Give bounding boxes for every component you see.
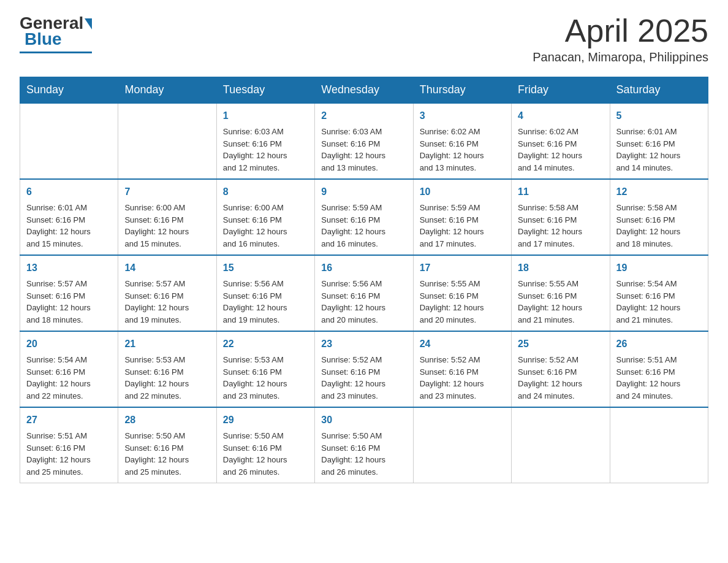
day-number: 1: [223, 109, 308, 123]
day-number: 15: [223, 261, 308, 275]
calendar-cell: [413, 407, 511, 483]
calendar-cell: 24Sunrise: 5:52 AM Sunset: 6:16 PM Dayli…: [413, 331, 511, 407]
day-info: Sunrise: 5:52 AM Sunset: 6:16 PM Dayligh…: [420, 354, 505, 402]
calendar-cell: 13Sunrise: 5:57 AM Sunset: 6:16 PM Dayli…: [20, 255, 118, 331]
week-row-3: 13Sunrise: 5:57 AM Sunset: 6:16 PM Dayli…: [20, 255, 708, 331]
calendar-table: SundayMondayTuesdayWednesdayThursdayFrid…: [20, 77, 708, 483]
day-number: 19: [616, 261, 702, 275]
day-info: Sunrise: 6:01 AM Sunset: 6:16 PM Dayligh…: [26, 202, 112, 250]
day-number: 6: [26, 185, 112, 199]
day-info: Sunrise: 5:52 AM Sunset: 6:16 PM Dayligh…: [518, 354, 603, 402]
calendar-cell: 25Sunrise: 5:52 AM Sunset: 6:16 PM Dayli…: [512, 331, 610, 407]
day-number: 5: [616, 109, 702, 123]
day-number: 10: [420, 185, 505, 199]
day-info: Sunrise: 5:55 AM Sunset: 6:16 PM Dayligh…: [518, 278, 603, 326]
day-info: Sunrise: 5:56 AM Sunset: 6:16 PM Dayligh…: [223, 278, 308, 326]
day-number: 17: [420, 261, 505, 275]
calendar-cell: 29Sunrise: 5:50 AM Sunset: 6:16 PM Dayli…: [216, 407, 314, 483]
logo: General Blue: [20, 15, 92, 53]
week-row-1: 1Sunrise: 6:03 AM Sunset: 6:16 PM Daylig…: [20, 103, 708, 179]
calendar-cell: 21Sunrise: 5:53 AM Sunset: 6:16 PM Dayli…: [118, 331, 216, 407]
day-number: 25: [518, 337, 603, 351]
week-row-4: 20Sunrise: 5:54 AM Sunset: 6:16 PM Dayli…: [20, 331, 708, 407]
day-number: 9: [321, 185, 406, 199]
day-info: Sunrise: 5:53 AM Sunset: 6:16 PM Dayligh…: [124, 354, 210, 402]
day-info: Sunrise: 5:54 AM Sunset: 6:16 PM Dayligh…: [616, 278, 702, 326]
calendar-cell: 9Sunrise: 5:59 AM Sunset: 6:16 PM Daylig…: [315, 179, 413, 255]
day-info: Sunrise: 6:02 AM Sunset: 6:16 PM Dayligh…: [420, 126, 505, 174]
column-header-wednesday: Wednesday: [315, 77, 413, 104]
calendar-cell: [20, 103, 118, 179]
calendar-cell: 28Sunrise: 5:50 AM Sunset: 6:16 PM Dayli…: [118, 407, 216, 483]
calendar-cell: 7Sunrise: 6:00 AM Sunset: 6:16 PM Daylig…: [118, 179, 216, 255]
calendar-header-row: SundayMondayTuesdayWednesdayThursdayFrid…: [20, 77, 708, 104]
day-info: Sunrise: 5:54 AM Sunset: 6:16 PM Dayligh…: [26, 354, 112, 402]
day-number: 3: [420, 109, 505, 123]
calendar-cell: [512, 407, 610, 483]
calendar-cell: 2Sunrise: 6:03 AM Sunset: 6:16 PM Daylig…: [315, 103, 413, 179]
page-header: General Blue April 2025 Panacan, Mimarop…: [20, 15, 708, 64]
day-info: Sunrise: 5:53 AM Sunset: 6:16 PM Dayligh…: [223, 354, 308, 402]
day-number: 14: [124, 261, 210, 275]
day-info: Sunrise: 5:57 AM Sunset: 6:16 PM Dayligh…: [26, 278, 112, 326]
calendar-cell: 22Sunrise: 5:53 AM Sunset: 6:16 PM Dayli…: [216, 331, 314, 407]
column-header-friday: Friday: [512, 77, 610, 104]
day-info: Sunrise: 5:50 AM Sunset: 6:16 PM Dayligh…: [321, 430, 406, 478]
calendar-cell: [610, 407, 708, 483]
logo-underline: [20, 52, 92, 53]
day-info: Sunrise: 5:51 AM Sunset: 6:16 PM Dayligh…: [616, 354, 702, 402]
day-number: 28: [124, 413, 210, 427]
day-info: Sunrise: 6:03 AM Sunset: 6:16 PM Dayligh…: [223, 126, 308, 174]
calendar-cell: 17Sunrise: 5:55 AM Sunset: 6:16 PM Dayli…: [413, 255, 511, 331]
day-number: 20: [26, 337, 112, 351]
calendar-cell: 3Sunrise: 6:02 AM Sunset: 6:16 PM Daylig…: [413, 103, 511, 179]
column-header-thursday: Thursday: [413, 77, 511, 104]
day-number: 2: [321, 109, 406, 123]
calendar-cell: 1Sunrise: 6:03 AM Sunset: 6:16 PM Daylig…: [216, 103, 314, 179]
location-title: Panacan, Mimaropa, Philippines: [533, 50, 708, 64]
column-header-saturday: Saturday: [610, 77, 708, 104]
day-number: 18: [518, 261, 603, 275]
month-title: April 2025: [533, 15, 708, 47]
day-number: 29: [223, 413, 308, 427]
day-info: Sunrise: 5:50 AM Sunset: 6:16 PM Dayligh…: [124, 430, 210, 478]
day-number: 11: [518, 185, 603, 199]
day-number: 27: [26, 413, 112, 427]
calendar-cell: 6Sunrise: 6:01 AM Sunset: 6:16 PM Daylig…: [20, 179, 118, 255]
title-block: April 2025 Panacan, Mimaropa, Philippine…: [533, 15, 708, 64]
column-header-tuesday: Tuesday: [216, 77, 314, 104]
calendar-cell: 26Sunrise: 5:51 AM Sunset: 6:16 PM Dayli…: [610, 331, 708, 407]
day-number: 26: [616, 337, 702, 351]
logo-arrow-icon: [85, 18, 92, 29]
day-info: Sunrise: 5:51 AM Sunset: 6:16 PM Dayligh…: [26, 430, 112, 478]
day-info: Sunrise: 6:02 AM Sunset: 6:16 PM Dayligh…: [518, 126, 603, 174]
day-info: Sunrise: 6:03 AM Sunset: 6:16 PM Dayligh…: [321, 126, 406, 174]
calendar-cell: 30Sunrise: 5:50 AM Sunset: 6:16 PM Dayli…: [315, 407, 413, 483]
calendar-cell: 23Sunrise: 5:52 AM Sunset: 6:16 PM Dayli…: [315, 331, 413, 407]
day-info: Sunrise: 5:58 AM Sunset: 6:16 PM Dayligh…: [616, 202, 702, 250]
day-number: 13: [26, 261, 112, 275]
calendar-cell: 11Sunrise: 5:58 AM Sunset: 6:16 PM Dayli…: [512, 179, 610, 255]
calendar-cell: 27Sunrise: 5:51 AM Sunset: 6:16 PM Dayli…: [20, 407, 118, 483]
day-number: 23: [321, 337, 406, 351]
day-info: Sunrise: 5:56 AM Sunset: 6:16 PM Dayligh…: [321, 278, 406, 326]
day-number: 22: [223, 337, 308, 351]
calendar-cell: 18Sunrise: 5:55 AM Sunset: 6:16 PM Dayli…: [512, 255, 610, 331]
calendar-cell: 10Sunrise: 5:59 AM Sunset: 6:16 PM Dayli…: [413, 179, 511, 255]
column-header-sunday: Sunday: [20, 77, 118, 104]
day-info: Sunrise: 6:01 AM Sunset: 6:16 PM Dayligh…: [616, 126, 702, 174]
calendar-cell: 8Sunrise: 6:00 AM Sunset: 6:16 PM Daylig…: [216, 179, 314, 255]
calendar-cell: 5Sunrise: 6:01 AM Sunset: 6:16 PM Daylig…: [610, 103, 708, 179]
day-number: 16: [321, 261, 406, 275]
calendar-cell: [118, 103, 216, 179]
calendar-cell: 20Sunrise: 5:54 AM Sunset: 6:16 PM Dayli…: [20, 331, 118, 407]
day-info: Sunrise: 6:00 AM Sunset: 6:16 PM Dayligh…: [223, 202, 308, 250]
column-header-monday: Monday: [118, 77, 216, 104]
calendar-cell: 15Sunrise: 5:56 AM Sunset: 6:16 PM Dayli…: [216, 255, 314, 331]
calendar-cell: 16Sunrise: 5:56 AM Sunset: 6:16 PM Dayli…: [315, 255, 413, 331]
day-info: Sunrise: 5:58 AM Sunset: 6:16 PM Dayligh…: [518, 202, 603, 250]
calendar-cell: 14Sunrise: 5:57 AM Sunset: 6:16 PM Dayli…: [118, 255, 216, 331]
day-number: 21: [124, 337, 210, 351]
day-number: 4: [518, 109, 603, 123]
day-number: 24: [420, 337, 505, 351]
